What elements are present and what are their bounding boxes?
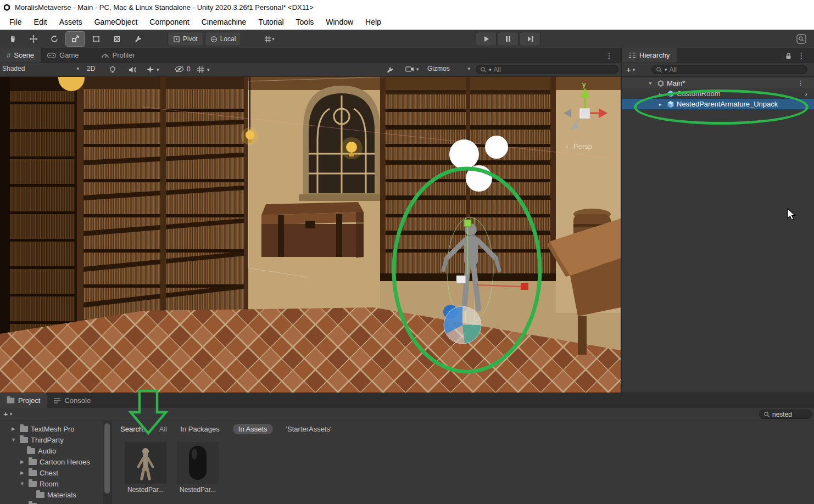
asset-item-capsule[interactable]: NestedPar... xyxy=(177,442,219,494)
tree-item-cartoonheroes[interactable]: ▶ Cartoon Heroes xyxy=(0,456,103,467)
hierarchy-menu-icon[interactable]: ⋮ xyxy=(798,51,805,60)
tree-item-room[interactable]: ▼ Room xyxy=(0,478,103,489)
pivot-toggle-button[interactable]: Pivot xyxy=(168,32,203,46)
wrench-icon xyxy=(133,35,142,43)
tree-item-thirdparty[interactable]: ▼ ThirdParty xyxy=(0,434,103,445)
tree-item-chest[interactable]: ▶ Chest xyxy=(0,467,103,478)
y-axis-handle[interactable] xyxy=(464,220,471,227)
scene-tab-icon: # xyxy=(7,51,10,59)
filter-all[interactable]: All xyxy=(159,425,167,433)
hand-tool-button[interactable] xyxy=(3,32,22,46)
grid-snap-button[interactable]: ▾ xyxy=(258,32,280,46)
scale-tool-button[interactable] xyxy=(66,32,85,46)
tab-profiler[interactable]: Profiler xyxy=(94,48,142,63)
tree-item-partial[interactable]: ▶ xyxy=(0,500,103,504)
step-icon xyxy=(526,35,534,43)
scene-lighting-icon[interactable] xyxy=(109,66,116,74)
rotate-tool-button[interactable] xyxy=(45,32,64,46)
x-axis-handle[interactable] xyxy=(521,283,528,290)
scrollbar-thumb[interactable] xyxy=(104,423,110,494)
hierarchy-row-nestedparentarmature[interactable]: ▸ NestedParentArmature_Unpack xyxy=(622,99,814,109)
chevron-down-icon: ▾ xyxy=(157,67,159,72)
scene-visibility-toggle[interactable]: 0 xyxy=(175,65,191,73)
project-add-button[interactable]: + ▾ xyxy=(3,409,12,418)
foldout-open-icon[interactable]: ▼ xyxy=(10,437,17,443)
search-icon xyxy=(763,411,770,418)
folder-icon xyxy=(36,492,44,498)
lock-icon[interactable] xyxy=(785,52,792,60)
scene-search-value: All xyxy=(494,66,501,74)
tree-item-textmeshpro[interactable]: ▶ TextMesh Pro xyxy=(0,423,103,434)
quick-search-icon[interactable] xyxy=(792,32,811,46)
hierarchy-row-customroom[interactable]: ▸ CustomRoom › xyxy=(622,88,814,99)
tab-scene[interactable]: # Scene xyxy=(0,48,41,63)
menu-assets[interactable]: Assets xyxy=(53,14,88,30)
handle-toggle-group: Pivot Local xyxy=(168,32,241,46)
menu-cinemachine[interactable]: Cinemachine xyxy=(196,14,253,30)
move-tool-button[interactable] xyxy=(24,32,43,46)
tab-console[interactable]: Console xyxy=(47,393,97,408)
menu-file[interactable]: File xyxy=(3,14,28,30)
menu-window[interactable]: Window xyxy=(320,14,359,30)
asset-label: NestedPar... xyxy=(177,486,219,494)
unity-editor-window: MoralisMetaverse - Main - PC, Mac & Linu… xyxy=(0,0,814,504)
step-button[interactable] xyxy=(520,32,540,46)
tab-project[interactable]: Project xyxy=(0,393,47,408)
asset-item-character[interactable]: NestedPar... xyxy=(125,442,166,494)
shading-mode-dropdown[interactable]: Shaded ▾ xyxy=(2,65,79,72)
menu-gameobject[interactable]: GameObject xyxy=(88,14,144,30)
scene-search-field[interactable]: ▾ All xyxy=(476,65,618,74)
search-icon xyxy=(656,66,662,73)
scene-audio-icon[interactable] xyxy=(129,66,137,74)
foldout-open-icon[interactable]: ▼ xyxy=(646,81,655,86)
foldout-open-icon[interactable]: ▼ xyxy=(19,481,26,486)
title-bar: MoralisMetaverse - Main - PC, Mac & Linu… xyxy=(0,0,814,14)
scene-viewport[interactable]: y ‹ Persp xyxy=(0,77,621,393)
tree-item-materials[interactable]: Materials xyxy=(0,489,103,500)
tab-game[interactable]: Game xyxy=(41,48,85,63)
editor-tools-icon[interactable] xyxy=(386,66,394,74)
chevron-down-icon: ▾ xyxy=(633,67,635,72)
filter-in-assets[interactable]: In Assets xyxy=(233,424,273,434)
filter-in-packages[interactable]: In Packages xyxy=(180,425,220,433)
transform-tool-button[interactable] xyxy=(108,32,126,46)
pause-button[interactable] xyxy=(498,32,518,46)
foldout-closed-icon[interactable]: ▶ xyxy=(10,426,17,432)
tab-hierarchy[interactable]: Hierarchy xyxy=(622,48,677,63)
2d-toggle-button[interactable]: 2D xyxy=(87,65,95,72)
local-toggle-button[interactable]: Local xyxy=(205,32,242,46)
hierarchy-row-main[interactable]: ▼ Main* ⋮ xyxy=(622,78,814,88)
foldout-closed-icon[interactable]: ▶ xyxy=(19,459,26,464)
menu-help[interactable]: Help xyxy=(359,14,387,30)
game-tab-icon xyxy=(47,52,56,59)
folder-icon xyxy=(20,426,28,432)
menu-edit[interactable]: Edit xyxy=(28,14,53,30)
hierarchy-search-field[interactable]: ▾ All xyxy=(651,65,807,74)
camera-icon xyxy=(405,65,414,72)
scene-dock-menu-icon[interactable]: ⋮ xyxy=(605,51,613,60)
row-menu-icon[interactable]: ⋮ xyxy=(797,79,804,87)
gizmo-projection-label[interactable]: Persp xyxy=(573,142,592,150)
prefab-cube-icon xyxy=(667,90,674,98)
rect-tool-button[interactable] xyxy=(87,32,105,46)
scene-grid-dropdown[interactable]: ▾ xyxy=(197,65,210,74)
menu-tools[interactable]: Tools xyxy=(290,14,320,30)
gizmo-y-axis-label: y xyxy=(582,80,586,88)
menu-tutorial[interactable]: Tutorial xyxy=(252,14,289,30)
tree-item-audio[interactable]: Audio xyxy=(0,445,103,456)
center-handle[interactable] xyxy=(456,276,466,283)
foldout-closed-icon[interactable]: ▸ xyxy=(656,102,665,107)
hierarchy-add-button[interactable]: + ▾ xyxy=(626,65,635,74)
folder-icon xyxy=(20,437,28,443)
tree-scrollbar[interactable]: ▲ xyxy=(103,421,111,504)
gizmos-dropdown[interactable]: Gizmos ▾ xyxy=(427,65,470,72)
foldout-closed-icon[interactable]: ▶ xyxy=(19,470,26,475)
custom-tool-button[interactable] xyxy=(129,32,147,46)
foldout-closed-icon[interactable]: ▸ xyxy=(656,91,665,97)
scene-effects-dropdown[interactable]: ▾ xyxy=(146,65,159,74)
scene-camera-dropdown[interactable]: ▾ xyxy=(405,65,419,72)
project-search-field[interactable]: nested xyxy=(759,410,812,419)
chevron-right-icon[interactable]: › xyxy=(805,89,807,98)
menu-component[interactable]: Component xyxy=(143,14,195,30)
play-button[interactable] xyxy=(476,32,497,46)
